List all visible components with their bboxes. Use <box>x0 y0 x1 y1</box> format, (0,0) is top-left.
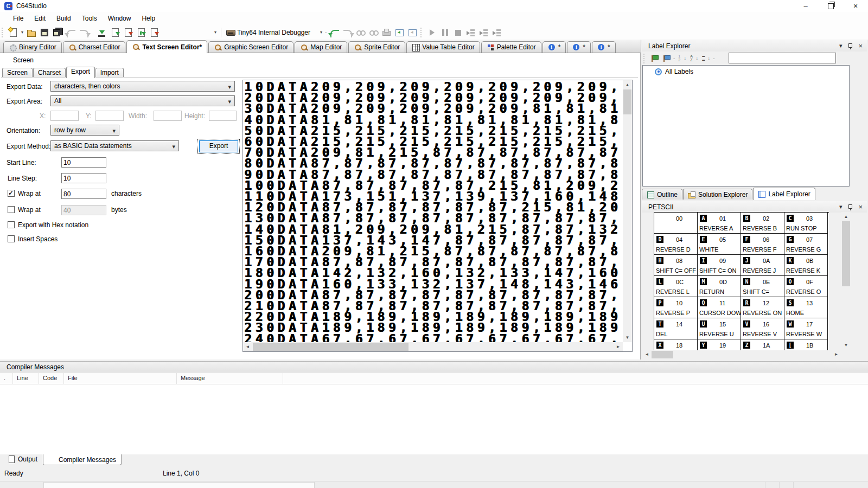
scroll-down-icon[interactable]: ▼ <box>623 333 632 342</box>
petscii-cell-07[interactable]: G07REVERSE G <box>784 234 828 255</box>
sort-numeric-icon[interactable] <box>678 54 686 63</box>
height-field[interactable] <box>209 111 237 121</box>
menu-window[interactable]: Window <box>103 13 137 24</box>
petscii-cell-14[interactable]: T14DEL <box>654 318 698 339</box>
doc-tab-3[interactable]: Graphic Screen Editor <box>208 41 293 53</box>
compiler-column-line[interactable]: Line <box>13 373 39 384</box>
restore-button[interactable] <box>818 0 843 12</box>
doc-tab-10[interactable]: * <box>592 41 616 53</box>
compile-run-doc-icon[interactable] <box>123 28 133 37</box>
export-data-combo[interactable]: characters, then colors <box>50 81 235 92</box>
doc-tab-0[interactable]: Binary Editor <box>3 41 62 53</box>
tree-item-all-labels[interactable]: All Labels <box>643 66 849 75</box>
bottom-tab-compiler-messages[interactable]: Compiler Messages <box>43 454 122 465</box>
hex-notation-checkbox[interactable] <box>8 221 15 228</box>
doc-tab-2[interactable]: Text Screen Editor* <box>126 40 207 53</box>
minimize-button[interactable]: – <box>793 0 818 12</box>
undo-green-icon[interactable] <box>329 28 339 37</box>
scroll-right-icon[interactable]: ► <box>614 342 623 351</box>
export-method-combo[interactable]: as BASIC Data statements <box>50 140 179 151</box>
petscii-horizontal-scrollbar[interactable]: ◄ ► <box>642 350 841 359</box>
step-out-icon[interactable] <box>492 28 502 37</box>
petscii-cell-16[interactable]: V16REVERSE V <box>741 318 784 339</box>
dock-tab-solution[interactable]: Solution Explorer <box>683 189 752 200</box>
export-preview-area[interactable]: 10DATA209,209,209,209,209,209,209, 20DAT… <box>242 80 633 352</box>
close-button[interactable]: × <box>843 0 868 12</box>
label-explorer-pin-icon[interactable] <box>847 43 853 49</box>
doc-tab-6[interactable]: Value Table Editor <box>406 41 480 53</box>
petscii-cell-04[interactable]: D04REVERSE D <box>654 234 698 255</box>
petscii-cell-1B[interactable]: [1B <box>784 339 828 350</box>
sort-order-icon[interactable] <box>701 54 710 63</box>
petscii-cell-0A[interactable]: J0AREVERSE J <box>741 255 784 276</box>
debug-play-icon[interactable] <box>427 28 437 37</box>
compiler-column-file[interactable]: File <box>64 373 177 384</box>
sub-tab-export[interactable]: Export <box>66 67 95 78</box>
label-explorer-menu-icon[interactable]: ▾ <box>839 42 843 49</box>
debugger-selector[interactable]: Tiny64 Internal Debugger <box>237 29 318 36</box>
step-over-icon[interactable] <box>479 28 489 37</box>
wrap-characters-checkbox[interactable] <box>8 190 15 197</box>
wrap-bytes-checkbox[interactable] <box>8 206 15 213</box>
print-icon[interactable] <box>381 28 391 37</box>
width-field[interactable] <box>154 111 182 121</box>
x-field[interactable] <box>50 111 79 121</box>
preview-vertical-scrollbar[interactable]: ▲ ▼ <box>623 80 632 342</box>
petscii-scroll-up-icon[interactable]: ▲ <box>841 212 851 221</box>
doc-tab-7[interactable]: Palette Editor <box>481 41 541 53</box>
compiler-column-[interactable]: . <box>0 373 13 384</box>
build-all-doc-icon[interactable] <box>136 28 146 37</box>
menu-edit[interactable]: Edit <box>29 13 51 24</box>
debugger-dropdown-icon[interactable]: ▾ <box>319 30 323 35</box>
start-line-field[interactable] <box>61 157 106 168</box>
bottom-tab-output[interactable]: Output <box>2 454 43 465</box>
flag-filter-alt-icon[interactable] <box>662 54 671 63</box>
menu-file[interactable]: File <box>8 13 29 24</box>
petscii-close-icon[interactable]: × <box>858 203 863 211</box>
petscii-cell-06[interactable]: F06REVERSE F <box>741 234 784 255</box>
petscii-cell-12[interactable]: R12REVERSE ON <box>741 297 784 318</box>
insert-spaces-checkbox[interactable] <box>8 235 15 242</box>
petscii-cell-1A[interactable]: Z1A <box>741 339 784 350</box>
compiler-column-code[interactable]: Code <box>39 373 64 384</box>
petscii-hscroll-thumb[interactable] <box>652 351 673 358</box>
build-icon[interactable] <box>97 28 107 37</box>
save-all-icon[interactable] <box>53 28 62 37</box>
petscii-cell-0B[interactable]: K0BREVERSE K <box>784 255 828 276</box>
petscii-menu-icon[interactable]: ▾ <box>839 203 843 210</box>
y-field[interactable] <box>95 111 124 121</box>
doc-tab-1[interactable]: Charset Editor <box>63 41 126 53</box>
redo-icon[interactable] <box>79 28 88 37</box>
menu-tools[interactable]: Tools <box>76 13 103 24</box>
sub-tab-screen[interactable]: Screen <box>2 68 33 78</box>
flag-filter-icon[interactable] <box>650 54 659 63</box>
debug-pause-icon[interactable] <box>440 28 450 37</box>
preview-hscroll-thumb[interactable] <box>253 343 409 351</box>
export-button[interactable]: Export <box>199 140 238 152</box>
menu-build[interactable]: Build <box>51 13 76 24</box>
petscii-cell-0E[interactable]: N0ESHIFT C= <box>741 276 784 297</box>
show-panel-icon[interactable] <box>394 28 404 37</box>
compiler-column-message[interactable]: Message <box>177 373 283 384</box>
debug-doc-icon[interactable] <box>149 28 159 37</box>
petscii-cell-08[interactable]: H08SHIFT C= OFF <box>654 255 698 276</box>
petscii-scroll-left-icon[interactable]: ◄ <box>642 350 652 359</box>
petscii-cell-18[interactable]: X18 <box>654 339 698 350</box>
petscii-scroll-down-icon[interactable]: ▼ <box>841 341 851 350</box>
preview-horizontal-scrollbar[interactable]: ◄ ► <box>243 342 623 351</box>
wrap-bytes-field[interactable] <box>61 205 106 215</box>
wrap-characters-field[interactable] <box>61 189 106 199</box>
petscii-cell-09[interactable]: I09SHIFT C= ON <box>698 255 741 276</box>
find-next-icon[interactable] <box>368 28 378 37</box>
new-file-dropdown-icon[interactable]: ▾ <box>20 30 24 35</box>
petscii-cell-13[interactable]: S13HOME <box>784 297 828 318</box>
find-icon[interactable] <box>355 28 365 37</box>
sort-alpha-icon[interactable] <box>690 54 698 63</box>
step-into-icon[interactable] <box>466 28 476 37</box>
petscii-vertical-scrollbar[interactable]: ▲ ▼ <box>841 212 851 350</box>
petscii-cell-17[interactable]: W17REVERSE W <box>784 318 828 339</box>
export-area-combo[interactable]: All <box>50 95 235 106</box>
petscii-cell-00[interactable]: 00 <box>654 213 698 234</box>
doc-tab-5[interactable]: Sprite Editor <box>348 41 405 53</box>
petscii-cell-19[interactable]: Y19 <box>698 339 741 350</box>
